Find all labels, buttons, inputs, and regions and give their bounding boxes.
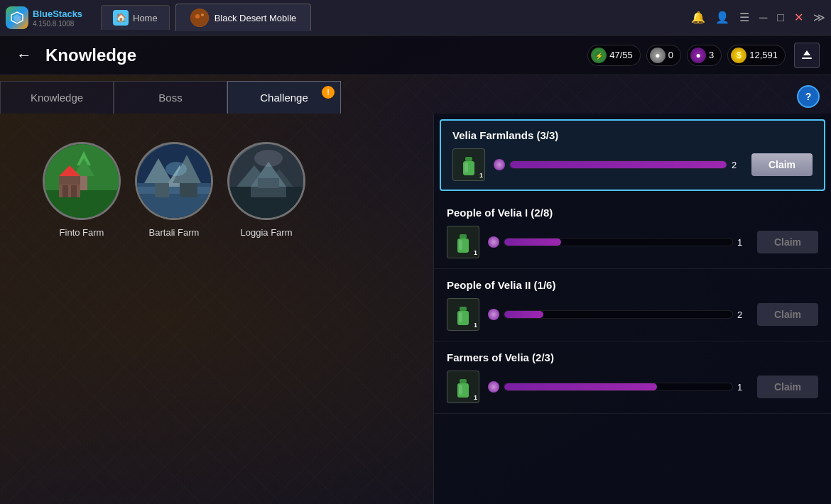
svg-rect-10: [45, 190, 121, 220]
svg-rect-48: [459, 385, 462, 395]
svg-rect-21: [137, 187, 213, 194]
progress-fill-2: [504, 311, 543, 318]
close-btn[interactable]: ✕: [794, 11, 803, 24]
reward-progress-1: 1: [488, 236, 749, 248]
svg-rect-39: [465, 163, 468, 172]
reward-bottle-0: 1: [452, 148, 485, 181]
farm-item-loggia[interactable]: Loggia Farm: [227, 142, 305, 238]
reward-bottle-2: 1: [447, 298, 479, 331]
progress-fill-0: [510, 161, 727, 168]
back-button[interactable]: ←: [11, 43, 37, 68]
reward-bottle-1: 1: [447, 226, 479, 258]
svg-rect-25: [155, 183, 169, 197]
reward-progress-3: 1: [488, 381, 749, 393]
svg-point-2: [190, 9, 209, 27]
purple-value: 3: [709, 50, 714, 60]
tab-bar: Knowledge Boss Challenge ! ?: [0, 75, 831, 114]
svg-point-27: [165, 162, 187, 176]
progress-bar-0: [509, 160, 727, 169]
game-area: ← Knowledge ⚡ 47/55 ● 0 ●: [0, 35, 831, 504]
gem-resource: ● 0: [646, 45, 681, 66]
challenge-people-velia-2-header: People of Velia II (1/6): [447, 279, 818, 291]
titlebar: BlueStacks 4.150.8.1008 🏠 Home Black Des…: [0, 0, 831, 35]
challenge-people-velia-1: People of Velia I (2/8) 1: [434, 197, 831, 269]
claim-button-3[interactable]: Claim: [757, 376, 818, 398]
farm-image-finto: [45, 144, 119, 218]
farm-image-bartali: [137, 144, 211, 218]
bell-icon[interactable]: 🔔: [691, 11, 705, 24]
energy-value: 47/55: [609, 50, 633, 60]
bottle-num-3: 1: [474, 394, 477, 401]
gem-icon: ●: [650, 48, 666, 63]
svg-rect-42: [459, 240, 462, 250]
tab-knowledge[interactable]: Knowledge: [0, 81, 114, 114]
svg-rect-18: [71, 185, 77, 197]
claim-button-1[interactable]: Claim: [757, 231, 818, 253]
challenge-people-velia-1-header: People of Velia I (2/8): [447, 207, 818, 219]
purple-orb-1: [488, 236, 499, 248]
chevron-right-icon[interactable]: ≫: [813, 11, 825, 24]
farm-circle-finto: [43, 142, 121, 220]
progress-bar-2: [504, 310, 733, 319]
bluestacks-logo: BlueStacks 4.150.8.1008: [6, 6, 98, 29]
svg-rect-33: [251, 187, 286, 197]
svg-rect-17: [63, 185, 68, 197]
export-button[interactable]: [794, 43, 820, 68]
progress-bar-3: [504, 383, 733, 391]
farm-circle-bartali: [135, 142, 213, 220]
hud-bar: ← Knowledge ⚡ 47/55 ● 0 ●: [0, 35, 831, 75]
challenge-people-velia-1-reward: 1 1 Claim: [447, 226, 818, 258]
farm-label-loggia: Loggia Farm: [241, 227, 293, 238]
gem-value: 0: [668, 50, 673, 60]
claim-button-0[interactable]: Claim: [751, 153, 813, 176]
farm-item-bartali[interactable]: Bartali Farm: [135, 142, 213, 238]
menu-icon[interactable]: ☰: [739, 11, 749, 24]
restore-btn[interactable]: □: [777, 11, 784, 24]
svg-rect-40: [460, 234, 467, 239]
purple-orb-2: [488, 309, 499, 320]
bluestacks-text: BlueStacks 4.150.8.1008: [33, 7, 82, 28]
reward-count-2: 2: [737, 309, 749, 320]
reward-bottle-3: 1: [447, 371, 479, 403]
game-icon: [190, 9, 209, 27]
window-controls: 🔔 👤 ☰ ─ □ ✕ ≫: [691, 11, 825, 24]
svg-rect-26: [180, 183, 197, 197]
svg-marker-8: [803, 50, 810, 55]
gold-resource: $ 12,591: [727, 45, 786, 66]
minimize-btn[interactable]: ─: [759, 11, 767, 24]
tab-boss[interactable]: Boss: [114, 81, 227, 114]
challenge-people-velia-2: People of Velia II (1/6) 1: [434, 269, 831, 341]
progress-fill-1: [504, 239, 561, 246]
bottle-num-2: 1: [474, 322, 477, 329]
page-title: Knowledge: [45, 45, 136, 65]
farm-item-finto[interactable]: Finto Farm: [43, 142, 121, 238]
svg-text:⚡: ⚡: [595, 52, 604, 60]
farm-image-loggia: [229, 144, 303, 218]
reward-progress-2: 2: [488, 309, 749, 320]
content-area: Finto Farm: [0, 114, 831, 504]
svg-point-35: [254, 150, 283, 167]
progress-bar-1: [504, 238, 733, 246]
home-icon: 🏠: [113, 10, 129, 26]
challenge-people-velia-2-reward: 1 2 Claim: [447, 298, 818, 331]
challenge-farmers-velia-reward: 1 1 Claim: [447, 371, 818, 403]
gold-value: 12,591: [749, 50, 778, 60]
challenge-badge: !: [322, 86, 335, 99]
challenge-velia-farmlands-header: Velia Farmlands (3/3): [452, 129, 813, 141]
challenge-people-velia-1-title: People of Velia I (2/8): [447, 207, 553, 219]
tab-challenge[interactable]: Challenge !: [227, 81, 341, 114]
home-tab[interactable]: 🏠 Home: [101, 5, 170, 30]
svg-marker-1: [13, 14, 21, 22]
challenge-velia-farmlands-reward: 1 2 Claim: [452, 148, 813, 181]
game-tab[interactable]: Black Desert Mobile: [175, 4, 312, 31]
claim-button-2[interactable]: Claim: [757, 303, 818, 326]
challenge-farmers-velia: Farmers of Velia (2/3) 1: [434, 341, 831, 414]
svg-rect-13: [80, 176, 87, 190]
svg-rect-46: [460, 379, 467, 383]
farm-label-bartali: Bartali Farm: [149, 227, 200, 238]
help-button[interactable]: ?: [797, 85, 820, 108]
person-icon[interactable]: 👤: [715, 11, 729, 24]
svg-rect-36: [465, 157, 472, 161]
hud-resources: ⚡ 47/55 ● 0 ● 3 $ 12,591: [587, 45, 786, 66]
challenge-farmers-velia-header: Farmers of Velia (2/3): [447, 351, 818, 363]
